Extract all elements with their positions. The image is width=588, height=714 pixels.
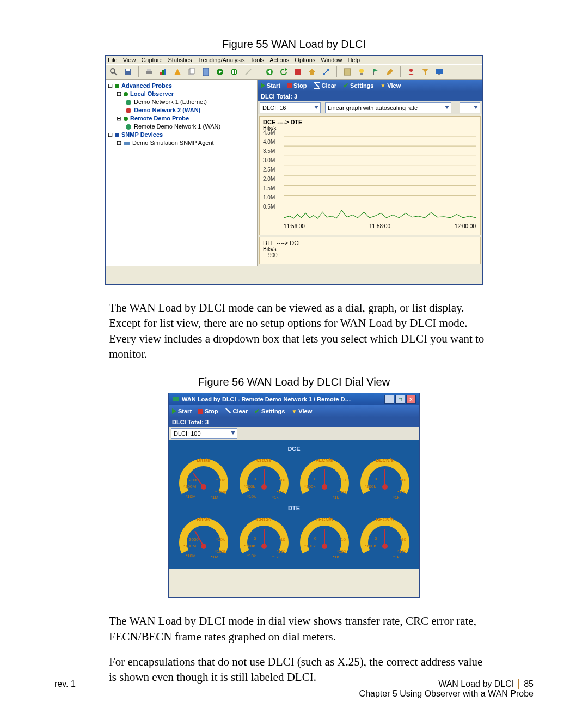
toolbar-rec-icon[interactable] (214, 66, 226, 77)
menu-options[interactable]: Options (295, 57, 315, 63)
minimize-button[interactable]: _ (384, 395, 394, 404)
svg-marker-32 (387, 69, 393, 75)
dte-bits-gauge: Bits/s3000*100M*10k*100k*10M*1M (177, 514, 230, 560)
win2-dlci-row: DLCI: 100 (169, 427, 419, 440)
menu-file[interactable]: File (108, 57, 118, 63)
svg-rect-22 (295, 69, 301, 75)
svg-text:*100k: *100k (365, 484, 376, 489)
tree-snmp-agent[interactable]: Demo Simulation SNMP Agent (132, 139, 214, 147)
chart2-units: Bits/s (263, 246, 477, 252)
toolbar-doc-icon[interactable] (200, 66, 212, 77)
start-button[interactable]: Start (261, 82, 280, 89)
svg-rect-16 (232, 70, 234, 74)
svg-text:*100: *100 (397, 549, 407, 554)
win2-dlci-total: DLCI Total: 3 (169, 417, 419, 427)
svg-text:*1M: *1M (211, 495, 219, 500)
dce-becn-gauge: BECN/s0*100k*10*100*1k (358, 454, 412, 501)
tree-remote-probe[interactable]: Remote Demo Probe (130, 114, 189, 123)
view-button[interactable]: ▼View (380, 82, 401, 89)
toolbar-monitor-icon[interactable] (433, 66, 445, 77)
graph-type-select[interactable]: Linear graph with autoscaling rate (325, 102, 451, 113)
toolbar-net-icon[interactable] (320, 66, 332, 77)
svg-line-1 (114, 72, 117, 75)
svg-text:*1k: *1k (333, 495, 340, 500)
toolbar-save-icon[interactable] (122, 66, 134, 77)
toolbar-wand-icon[interactable] (242, 66, 254, 77)
win2-start-button[interactable]: Start (172, 408, 192, 414)
tree-demo-net2[interactable]: Demo Network 2 (WAN) (134, 106, 200, 114)
toolbar-refresh-icon[interactable] (278, 66, 290, 77)
toolbar-warn-icon[interactable] (171, 66, 183, 77)
svg-text:*1k: *1k (272, 554, 279, 559)
svg-text:*100M: *100M (183, 544, 196, 548)
menu-trending[interactable]: Trending/Analysis (198, 57, 245, 63)
menu-help[interactable]: Help (347, 57, 360, 63)
svg-rect-36 (438, 74, 440, 75)
toolbar-book-icon[interactable] (341, 66, 353, 77)
svg-text:*1k: *1k (272, 495, 279, 500)
figure56-caption: Figure 56 WAN Load by DLCI Dial View (54, 376, 534, 388)
svg-point-38 (126, 108, 131, 113)
toolbar-stop-icon[interactable] (292, 66, 304, 77)
probe-tree[interactable]: ⊟Advanced Probes ⊟Local Observer Demo Ne… (106, 80, 258, 266)
svg-rect-7 (162, 70, 164, 75)
svg-text:*100k: *100k (365, 544, 376, 548)
svg-marker-34 (422, 69, 428, 75)
tree-snmp-devices[interactable]: SNMP Devices (121, 131, 163, 139)
svg-line-26 (324, 70, 328, 74)
menu-actions[interactable]: Actions (270, 57, 289, 63)
menu-window[interactable]: Window (321, 57, 342, 63)
tree-local-observer[interactable]: Local Observer (130, 90, 174, 98)
svg-text:*100: *100 (337, 549, 346, 554)
dlci-selector-row: DLCI: 16 Linear graph with autoscaling r… (258, 101, 482, 114)
toolbar-printer-icon[interactable] (143, 66, 155, 77)
svg-text:0: 0 (254, 536, 256, 541)
toolbar-pause-icon[interactable] (228, 66, 240, 77)
settings-button[interactable]: ✔Settings (343, 82, 373, 89)
toolbar-home-icon[interactable] (306, 66, 318, 77)
win2-clear-button[interactable]: Clear (225, 408, 248, 414)
toolbar-person-icon[interactable] (405, 66, 417, 77)
svg-text:*10: *10 (279, 478, 286, 483)
toolbar-funnel-icon[interactable] (419, 66, 431, 77)
stop-button[interactable]: Stop (287, 82, 307, 89)
svg-text:*100k: *100k (304, 484, 316, 489)
toolbar-chart-icon[interactable] (157, 66, 169, 77)
svg-rect-40 (124, 142, 130, 145)
svg-text:*100k: *100k (304, 544, 316, 548)
tree-demo-net1[interactable]: Demo Network 1 (Ethernet) (134, 98, 207, 106)
win2-stop-button[interactable]: Stop (198, 408, 218, 414)
toolbar-pencil-icon[interactable] (384, 66, 396, 77)
win2-settings-button[interactable]: ✔Settings (254, 407, 285, 415)
toolbar-copy-icon[interactable] (186, 66, 198, 77)
dlci-select[interactable]: DLCI: 16 (260, 102, 321, 113)
toolbar-search-icon[interactable] (108, 66, 120, 77)
win2-dlci-select[interactable]: DLCI: 100 (171, 428, 237, 439)
menu-tools[interactable]: Tools (250, 57, 265, 63)
win2-view-button[interactable]: ▼View (291, 408, 312, 414)
maximize-button[interactable]: □ (395, 395, 405, 404)
svg-rect-27 (344, 69, 351, 75)
svg-text:*10: *10 (400, 478, 407, 483)
menu-view[interactable]: View (123, 57, 136, 63)
menu-statistics[interactable]: Statistics (168, 57, 192, 63)
clear-button[interactable]: Clear (314, 82, 337, 89)
svg-rect-12 (203, 68, 209, 76)
svg-text:*10: *10 (339, 478, 346, 483)
svg-text:0: 0 (254, 477, 256, 481)
svg-text:*10: *10 (279, 537, 286, 542)
menu-capture[interactable]: Capture (141, 57, 162, 63)
dce-bits-gauge: Bits/s2000*100M*10k*100k*10M*1M (177, 454, 230, 501)
toolbar-flag-icon[interactable] (370, 66, 382, 77)
toolbar-back-icon[interactable] (264, 66, 275, 77)
close-button[interactable]: × (406, 395, 416, 404)
svg-text:*10k: *10k (247, 553, 256, 558)
tree-advanced-probes[interactable]: Advanced Probes (121, 82, 172, 90)
dlci-dial-window: WAN Load by DLCI - Remote Demo Network 1… (168, 393, 420, 598)
svg-rect-6 (160, 72, 162, 75)
extra-select[interactable] (460, 102, 480, 113)
tree-remote-net1[interactable]: Remote Demo Network 1 (WAN) (134, 123, 220, 131)
svg-text:*10k: *10k (216, 537, 225, 542)
toolbar-lightbulb-icon[interactable] (356, 66, 367, 77)
footer-rev: rev. 1 (54, 679, 76, 699)
